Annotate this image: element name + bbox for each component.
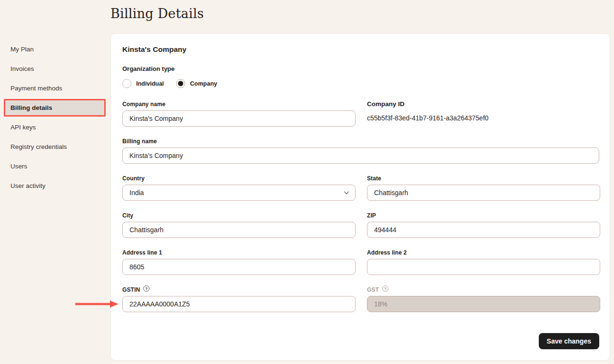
country-select[interactable]: India <box>122 185 356 201</box>
gstin-label: GSTIN ? <box>122 286 356 293</box>
sidebar-item-payment-methods[interactable]: Payment methods <box>4 79 106 97</box>
sidebar: My Plan Invoices Payment methods Billing… <box>0 0 110 364</box>
sidebar-item-label: Payment methods <box>10 85 62 92</box>
city-field-group: City <box>122 212 356 238</box>
sidebar-item-user-activity[interactable]: User activity <box>4 177 106 195</box>
page-title: Billing Details <box>110 0 614 33</box>
sidebar-item-users[interactable]: Users <box>4 157 106 175</box>
sidebar-item-invoices[interactable]: Invoices <box>4 60 106 78</box>
state-field-group: State <box>367 175 600 201</box>
gst-help-icon[interactable]: ? <box>382 285 388 292</box>
sidebar-item-label: API keys <box>10 124 36 131</box>
sidebar-item-billing-details[interactable]: Billing details <box>4 99 106 117</box>
sidebar-item-registry-credentials[interactable]: Registry credentials <box>4 138 106 156</box>
zip-label: ZIP <box>367 212 600 219</box>
sidebar-item-label: Invoices <box>10 65 34 72</box>
sidebar-item-label: My Plan <box>10 46 34 53</box>
sidebar-item-label: User activity <box>10 182 46 189</box>
city-label: City <box>122 212 356 219</box>
country-label: Country <box>122 175 356 182</box>
gst-label-text: GST <box>367 286 379 293</box>
company-name-label: Company name <box>122 100 356 108</box>
company-id-value: c55b5f3f-83ed-41b7-9161-a3a264375ef0 <box>367 114 600 122</box>
company-name-field-group: Company name <box>122 100 356 127</box>
address-line-2-input[interactable] <box>367 259 600 275</box>
billing-details-card: Kinsta's Company Organization type Indiv… <box>110 33 610 361</box>
radio-individual-label: Individual <box>136 80 164 87</box>
address-line-1-input[interactable] <box>122 259 356 275</box>
zip-input[interactable] <box>367 222 600 238</box>
country-field-group: Country India <box>122 175 356 201</box>
radio-company[interactable]: Company <box>176 79 217 88</box>
sidebar-item-label: Users <box>10 163 27 170</box>
radio-selected-icon[interactable] <box>176 79 185 88</box>
gst-label: GST ? <box>367 286 600 293</box>
radio-unselected-icon[interactable] <box>122 79 131 88</box>
billing-name-input[interactable] <box>122 148 599 164</box>
company-heading: Kinsta's Company <box>122 45 599 54</box>
address1-field-group: Address line 1 <box>122 249 356 275</box>
organization-type-radio-group: Individual Company <box>122 79 599 88</box>
gstin-help-icon[interactable]: ? <box>143 285 149 292</box>
save-changes-button[interactable]: Save changes <box>539 333 599 349</box>
address2-field-group: Address line 2 <box>367 249 600 275</box>
address2-label: Address line 2 <box>367 249 600 256</box>
state-input[interactable] <box>367 185 600 201</box>
city-input[interactable] <box>122 222 356 238</box>
zip-field-group: ZIP <box>367 212 600 238</box>
company-name-input[interactable] <box>122 110 356 127</box>
sidebar-item-my-plan[interactable]: My Plan <box>4 40 106 58</box>
gstin-field-group: GSTIN ? <box>122 286 356 312</box>
radio-individual[interactable]: Individual <box>122 79 164 88</box>
sidebar-item-api-keys[interactable]: API keys <box>4 118 106 136</box>
sidebar-item-label: Registry credentials <box>10 143 67 150</box>
sidebar-item-label: Billing details <box>10 104 52 111</box>
gstin-label-text: GSTIN <box>122 286 140 293</box>
gstin-input[interactable] <box>122 296 356 312</box>
company-id-label: Company ID <box>367 100 600 108</box>
radio-company-label: Company <box>190 80 217 87</box>
state-label: State <box>367 175 600 182</box>
gst-input <box>367 296 600 312</box>
address1-label: Address line 1 <box>122 249 356 256</box>
company-id-group: Company ID c55b5f3f-83ed-41b7-9161-a3a26… <box>367 100 600 127</box>
billing-name-label: Billing name <box>122 138 599 145</box>
organization-type-label: Organization type <box>122 65 599 72</box>
gst-field-group: GST ? <box>367 286 600 312</box>
main-area: Billing Details Kinsta's Company Organiz… <box>110 0 614 361</box>
